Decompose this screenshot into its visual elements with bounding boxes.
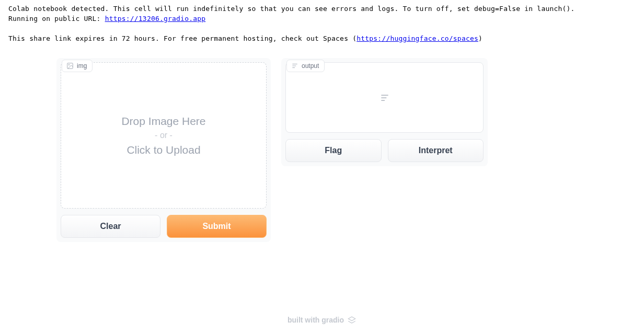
clear-button[interactable]: Clear [61, 215, 160, 238]
gradio-app: img Drop Image Here - or - Click to Uplo… [56, 58, 496, 242]
or-text: - or - [155, 131, 172, 140]
output-display [285, 62, 484, 133]
gradio-logo-icon [347, 315, 356, 325]
output-button-row: Flag Interpret [285, 139, 484, 162]
drop-text: Drop Image Here [121, 112, 205, 130]
spaces-url-link[interactable]: https://huggingface.co/spaces [356, 35, 478, 42]
gradio-footer: built with gradio [0, 315, 644, 325]
label-icon [291, 62, 298, 70]
interpret-button[interactable]: Interpret [388, 139, 484, 162]
console-output: Colab notebook detected. This cell will … [0, 0, 644, 48]
footer-text: built with gradio [288, 316, 344, 324]
click-upload-text: Click to Upload [126, 141, 200, 159]
label-placeholder-icon [380, 93, 390, 103]
output-label: output [286, 60, 325, 72]
console-line-3: This share link expires in 72 hours. For… [8, 34, 636, 44]
input-label: img [62, 60, 93, 72]
image-icon [66, 62, 74, 70]
submit-button[interactable]: Submit [167, 215, 267, 238]
input-panel: img Drop Image Here - or - Click to Uplo… [56, 58, 271, 242]
console-line-2: Running on public URL: https://13206.gra… [8, 14, 636, 24]
image-upload-area[interactable]: Drop Image Here - or - Click to Upload [61, 62, 267, 209]
flag-button[interactable]: Flag [285, 139, 382, 162]
console-line-1: Colab notebook detected. This cell will … [8, 4, 636, 14]
output-panel: output Flag Interpret [281, 58, 488, 166]
svg-point-1 [68, 64, 70, 65]
input-button-row: Clear Submit [61, 215, 267, 238]
public-url-link[interactable]: https://13206.gradio.app [105, 15, 206, 22]
